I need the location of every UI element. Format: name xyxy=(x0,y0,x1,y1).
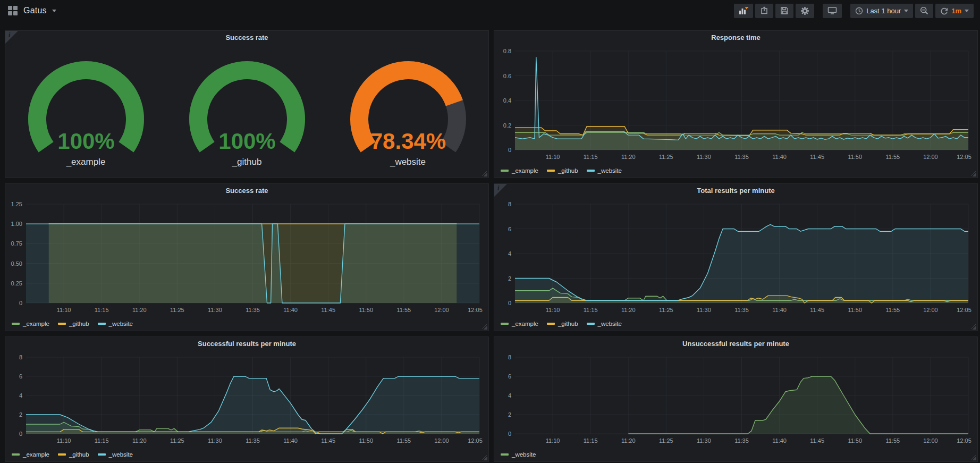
legend-item-_website[interactable]: _website xyxy=(587,167,622,174)
x-tick-label: 11:55 xyxy=(885,154,900,160)
save-button[interactable] xyxy=(775,4,793,18)
x-tick-label: 11:25 xyxy=(659,307,673,313)
x-tick-label: 11:25 xyxy=(659,154,673,160)
y-tick-label: 2 xyxy=(508,411,511,418)
x-tick-label: 11:40 xyxy=(772,307,787,313)
chart-response-time[interactable]: 00.20.40.60.811:1011:1511:2011:2511:3011… xyxy=(495,45,977,164)
info-letter: i xyxy=(9,31,10,39)
y-tick-label: 0.2 xyxy=(503,122,511,129)
x-tick-label: 11:15 xyxy=(584,154,598,160)
zoom-out-button[interactable] xyxy=(915,4,933,18)
panel-info-icon[interactable] xyxy=(494,184,507,197)
legend-swatch xyxy=(547,170,555,172)
gauge-row: 100%_example100%_github78.34%_website xyxy=(5,45,488,178)
legend-item-_example[interactable]: _example xyxy=(501,167,538,174)
settings-button[interactable] xyxy=(796,4,814,18)
x-tick-label: 11:45 xyxy=(810,307,824,313)
legend-item-_github[interactable]: _github xyxy=(547,167,578,174)
gauge-label: _website xyxy=(390,157,426,167)
chart-total-results[interactable]: 0246811:1011:1511:2011:2511:3011:3511:40… xyxy=(495,198,977,317)
legend-label: _example xyxy=(512,321,538,327)
x-tick-label: 11:30 xyxy=(697,307,711,313)
grid-icon[interactable] xyxy=(7,5,18,16)
x-tick-label: 11:45 xyxy=(810,154,824,160)
panel-title[interactable]: Success rate xyxy=(5,31,488,45)
legend-swatch xyxy=(501,453,509,456)
x-tick-label: 11:10 xyxy=(57,437,71,444)
legend-label: _website xyxy=(512,451,536,458)
chart-unsuccessful-results[interactable]: 0246811:1011:1511:2011:2511:3011:3511:40… xyxy=(495,351,977,448)
legend-item-_github[interactable]: _github xyxy=(58,321,89,327)
panel-title[interactable]: Response time xyxy=(494,31,977,45)
legend-swatch xyxy=(587,170,595,172)
legend-item-_website[interactable]: _website xyxy=(98,451,133,458)
legend-label: _github xyxy=(558,321,578,327)
chart-svg-successful_results: 0246811:1011:1511:2011:2511:3011:3511:40… xyxy=(6,351,488,448)
gauge-value: 78.34% xyxy=(370,129,445,154)
refresh-button[interactable]: 1m xyxy=(935,4,974,18)
x-tick-label: 12:05 xyxy=(957,437,971,444)
y-tick-label: 4 xyxy=(508,392,511,399)
x-tick-label: 11:55 xyxy=(885,307,900,313)
cycle-view-button[interactable] xyxy=(823,4,842,18)
y-tick-label: 8 xyxy=(19,354,22,360)
legend-item-_github[interactable]: _github xyxy=(58,451,89,458)
panel-resize-handle[interactable] xyxy=(971,455,976,460)
x-tick-label: 11:15 xyxy=(95,307,109,313)
panel-title[interactable]: Success rate xyxy=(5,184,488,198)
gauge-value: 100% xyxy=(57,129,114,154)
legend-item-_example[interactable]: _example xyxy=(501,321,538,327)
share-button[interactable] xyxy=(755,4,773,18)
y-tick-label: 0 xyxy=(508,431,511,437)
panel-title[interactable]: Total results per minute xyxy=(494,184,977,198)
legend-item-_example[interactable]: _example xyxy=(12,451,49,458)
dashboard-caret-icon[interactable] xyxy=(52,10,56,12)
chart-successful-results[interactable]: 0246811:1011:1511:2011:2511:3011:3511:40… xyxy=(6,351,488,448)
share-icon xyxy=(760,6,768,15)
chart-svg-response_time: 00.20.40.60.811:1011:1511:2011:2511:3011… xyxy=(495,45,977,164)
panel-title[interactable]: Unsuccessful results per minute xyxy=(494,337,977,351)
chart-success-rate[interactable]: 00.250.500.751.001.2511:1011:1511:2011:2… xyxy=(6,198,488,317)
legend-swatch xyxy=(12,323,20,325)
add-panel-button[interactable] xyxy=(734,4,753,18)
y-tick-label: 0.75 xyxy=(11,240,22,247)
legend-item-_website[interactable]: _website xyxy=(587,321,622,327)
x-tick-label: 11:15 xyxy=(584,307,598,313)
x-tick-label: 11:50 xyxy=(848,307,862,313)
panel-info-icon[interactable] xyxy=(5,31,18,44)
panel-title[interactable]: Successful results per minute xyxy=(5,337,488,351)
legend-item-_example[interactable]: _example xyxy=(12,321,49,327)
y-tick-label: 6 xyxy=(508,373,511,380)
panel-resize-handle[interactable] xyxy=(971,324,976,330)
panel-resize-handle[interactable] xyxy=(482,171,487,176)
y-tick-label: 0 xyxy=(19,300,22,306)
gauge-_github: 100%_github xyxy=(167,60,327,167)
x-tick-label: 11:30 xyxy=(697,437,711,444)
dashboard-grid: i Success rate 100%_example100%_github78… xyxy=(0,21,980,462)
panel-resize-handle[interactable] xyxy=(482,324,487,330)
x-tick-label: 12:00 xyxy=(923,154,938,160)
navbar: Gatus xyxy=(0,0,980,21)
x-tick-label: 11:40 xyxy=(772,154,787,160)
time-range-button[interactable]: Last 1 hour xyxy=(850,4,913,18)
x-tick-label: 11:20 xyxy=(621,307,636,313)
legend-item-_website[interactable]: _website xyxy=(98,321,133,327)
legend-swatch xyxy=(501,170,509,172)
panel-resize-handle[interactable] xyxy=(482,455,487,460)
chart-legend: _example_github_website xyxy=(501,166,622,175)
panel-resize-handle[interactable] xyxy=(971,171,976,176)
x-tick-label: 12:05 xyxy=(957,154,971,160)
x-tick-label: 11:15 xyxy=(584,437,598,444)
x-tick-label: 12:05 xyxy=(468,307,483,313)
legend-item-_github[interactable]: _github xyxy=(547,321,578,327)
monitor-icon xyxy=(827,6,837,15)
chart-legend: _website xyxy=(501,450,536,459)
dashboard-title[interactable]: Gatus xyxy=(23,6,47,15)
panel-success-rate-gauges: i Success rate 100%_example100%_github78… xyxy=(5,30,489,178)
panel-success-rate-timeseries: Success rate 00.250.500.751.001.2511:101… xyxy=(5,183,489,331)
x-tick-label: 11:10 xyxy=(546,307,560,313)
y-tick-label: 1.00 xyxy=(11,221,22,227)
legend-item-_website[interactable]: _website xyxy=(501,451,536,458)
x-tick-label: 11:35 xyxy=(246,307,260,313)
series-_website xyxy=(26,224,479,303)
